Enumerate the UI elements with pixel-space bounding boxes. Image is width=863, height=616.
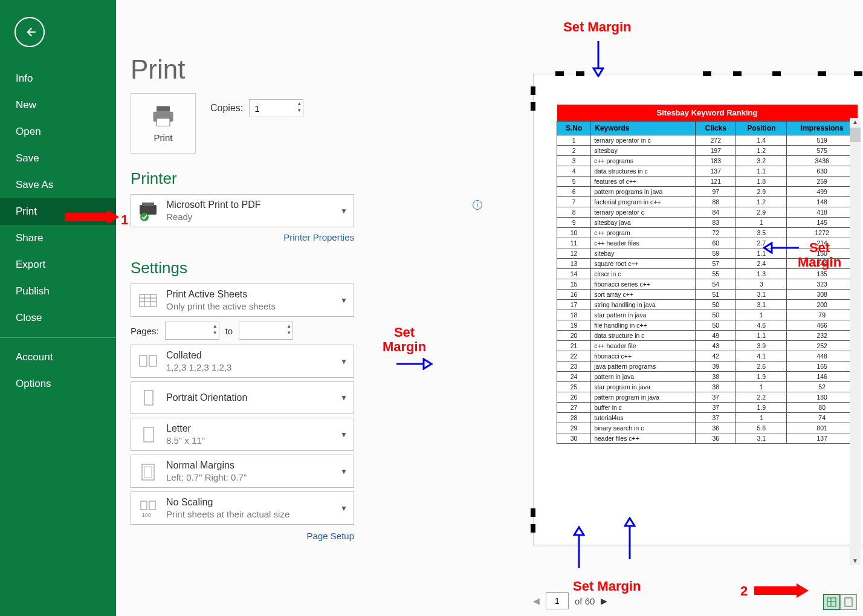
sidebar-item-account[interactable]: Account [0,344,116,371]
table-title: Sitesbay Keyword Ranking [557,105,858,122]
svg-marker-31 [764,243,772,253]
copies-input[interactable] [254,103,288,114]
table-row: 16sort array c++513.1308 [557,290,858,300]
chevron-down-icon: ▼ [340,394,347,402]
pages-from-spinner[interactable]: ▲▼ [165,322,219,340]
page-setup-link[interactable]: Page Setup [307,531,354,541]
blue-arrow-up-icon [624,517,636,559]
annotation-2: 2 [740,583,748,599]
svg-text:100: 100 [142,512,151,518]
printer-status-icon [137,200,159,222]
current-page-input[interactable] [546,592,569,609]
show-margins-button[interactable] [823,594,840,610]
table-row: 6pattern programs in java972.9499 [557,187,858,197]
chevron-down-icon: ▼ [340,504,347,513]
table-row: 4data structures in c1371.1630 [557,166,858,177]
svg-rect-12 [140,355,147,366]
preview-view-buttons [823,594,857,610]
table-row: 9sitesbay java831145 [557,218,858,228]
table-row: 14clrscr in c551.3135 [557,269,858,279]
prev-page-icon[interactable]: ◀ [533,596,540,606]
svg-marker-36 [754,583,809,598]
print-what-dropdown[interactable]: Print Active SheetsOnly print the active… [131,284,354,317]
to-label: to [225,326,233,336]
svg-rect-15 [144,427,154,442]
backstage-sidebar: InfoNewOpenSaveSave AsPrintShareExportPu… [0,0,116,616]
orientation-dropdown[interactable]: Portrait Orientation ▼ [131,381,354,414]
paper-size-dropdown[interactable]: Letter8.5" x 11" ▼ [131,418,354,451]
print-preview: Sitesbay Keyword Ranking S.NoKeywordsCli… [533,74,863,557]
sidebar-item-info[interactable]: Info [0,65,116,92]
sidebar-item-open[interactable]: Open [0,118,116,145]
sidebar-item-new[interactable]: New [0,92,116,118]
red-arrow-icon [754,583,809,601]
scaling-dropdown[interactable]: 100 No ScalingPrint sheets at their actu… [131,491,354,525]
sidebar-item-save[interactable]: Save [0,145,116,172]
svg-point-3 [169,113,172,115]
table-row: 15fibonacci series c++543323 [557,279,858,290]
spin-down-icon[interactable]: ▼ [297,107,302,114]
vertical-scrollbar[interactable]: ▲ ▼ [850,118,861,565]
content-area: Print Print Copies: ▲▼ i Printer Microso… [116,0,863,616]
table-row: 7factorial program in c++881.2148 [557,197,858,207]
zoom-to-page-button[interactable] [840,594,857,610]
svg-rect-14 [144,391,153,405]
total-pages-label: of 60 [575,596,595,606]
margins-dropdown[interactable]: Normal MarginsLeft: 0.7" Right: 0.7" ▼ [131,455,354,488]
scroll-down-icon[interactable]: ▼ [850,557,861,565]
svg-rect-5 [142,203,154,206]
printer-icon [150,105,176,128]
sidebar-item-options[interactable]: Options [0,371,116,397]
svg-rect-7 [140,294,157,306]
svg-rect-17 [144,467,152,478]
pages-to-spinner[interactable]: ▲▼ [239,322,293,340]
svg-marker-27 [593,68,603,76]
spin-up-icon[interactable]: ▲ [297,100,302,107]
sidebar-item-close[interactable]: Close [0,305,116,331]
chevron-down-icon: ▼ [340,467,347,476]
blue-arrow-up-icon [573,526,585,568]
collate-dropdown[interactable]: Collated1,2,3 1,2,3 1,2,3 ▼ [131,345,354,378]
table-row: 3c++ programs1833.23436 [557,156,858,166]
back-button[interactable] [15,17,45,47]
table-row: 21c++ header file433.9252 [557,341,858,351]
svg-rect-0 [157,106,170,111]
sidebar-item-save-as[interactable]: Save As [0,172,116,198]
table-row: 19file handling in c++504.6466 [557,320,858,331]
next-page-icon[interactable]: ▶ [601,596,607,606]
copies-label: Copies: [210,103,243,114]
svg-point-6 [140,213,149,221]
printer-dropdown[interactable]: Microsoft Print to PDF Ready ▼ [131,194,354,227]
svg-marker-25 [65,210,119,224]
svg-rect-13 [149,355,157,366]
red-arrow-icon [65,210,119,228]
table-row: 23java pattern programs392.6165 [557,361,858,372]
info-icon[interactable]: i [473,200,482,210]
table-row: 25star program in java38152 [557,382,858,392]
chevron-down-icon: ▼ [340,296,347,305]
margins-icon [137,461,159,482]
svg-marker-29 [424,359,432,369]
preview-table: Sitesbay Keyword Ranking S.NoKeywordsCli… [557,105,858,444]
pages-label: Pages: [131,326,159,336]
table-row: 10c++ program723.51272 [557,228,858,238]
printer-properties-link[interactable]: Printer Properties [283,232,354,242]
table-row: 1ternary operator in c2721.4519 [557,135,858,146]
table-row: 24pattern in java381.9146 [557,372,858,382]
svg-rect-24 [845,598,852,606]
table-row: 26pattern program in java372.2180 [557,392,858,403]
preview-page: Sitesbay Keyword Ranking S.NoKeywordsCli… [533,74,863,545]
sidebar-item-share[interactable]: Share [0,225,116,251]
annotation-set-margin-right: SetMargin [798,241,841,270]
svg-rect-19 [149,501,155,510]
portrait-icon [137,387,159,409]
scroll-thumb[interactable] [850,128,861,142]
paper-icon [137,424,159,446]
table-row: 22fibonacci c++424.1448 [557,351,858,361]
print-button[interactable]: Print [131,93,196,154]
table-row: 27buffer in c371.980 [557,403,858,413]
sidebar-item-export[interactable]: Export [0,251,116,278]
sidebar-item-publish[interactable]: Publish [0,278,116,305]
copies-spinner[interactable]: ▲▼ [249,99,303,117]
scroll-up-icon[interactable]: ▲ [850,118,861,126]
